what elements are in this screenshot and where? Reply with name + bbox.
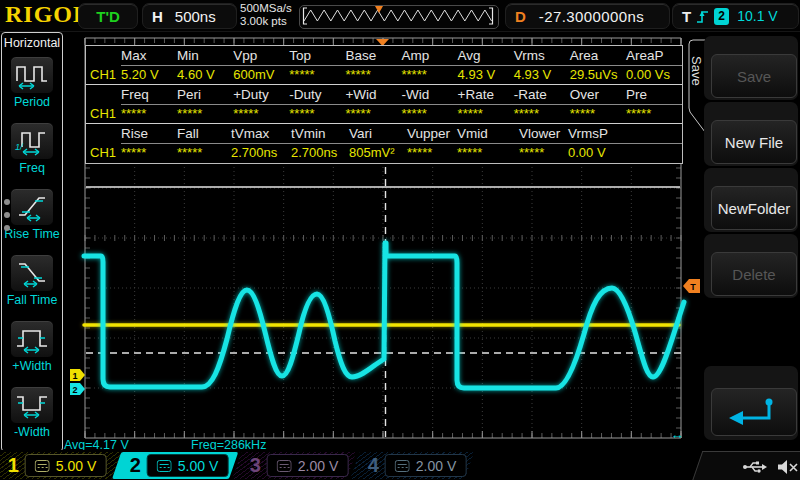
timebase-label: H	[152, 8, 163, 25]
softkey-slot: New File	[704, 102, 798, 166]
measurement-table: MaxMinVppTopBaseAmpAvgVrmsAreaAreaPCH15.…	[85, 45, 683, 164]
horizontal-scale-arrow-icon: ↔	[671, 427, 684, 442]
softkey-slot: Delete	[704, 234, 798, 298]
measure-header: Peri	[177, 85, 233, 105]
measure-value: 805mV²	[349, 143, 407, 162]
channel-scale: 2.00 V	[298, 458, 338, 474]
measure-value: *****	[458, 104, 514, 123]
channel-1-badge[interactable]: 1 5.00 V	[0, 452, 121, 479]
channel-scale-badge: 5.00 V	[25, 454, 106, 477]
measure-value: *****	[401, 104, 457, 123]
trigger-label: T	[682, 8, 691, 25]
menu-item-label: Fall Time	[7, 293, 58, 307]
menu-item-label: -Width	[14, 425, 50, 439]
measure-value: 4.93 V	[514, 65, 570, 84]
menu-item-label: +Width	[12, 359, 51, 373]
measure-value: *****	[407, 143, 457, 162]
system-status-panel	[692, 451, 800, 480]
measure-value: *****	[121, 104, 177, 123]
waveform-record-preview	[299, 5, 499, 29]
measure-header: Over	[570, 85, 626, 105]
waveform-record-icon	[300, 6, 496, 26]
measure-value-row: CH1**********2.700ns2.700ns805mV²*******…	[86, 143, 682, 162]
measure-value: *****	[514, 104, 570, 123]
measure-header: Vupper	[407, 124, 457, 144]
channel-scale: 5.00 V	[178, 458, 218, 474]
channel-3-badge[interactable]: 3 2.00 V	[232, 452, 356, 479]
minus-width-icon	[10, 386, 54, 424]
measure-header: Vlower	[519, 124, 568, 144]
trigger-level-value: 10.1 V	[737, 8, 777, 24]
measure-header: Freq	[121, 85, 177, 105]
measure-value: 29.5uVs	[570, 65, 626, 84]
timebase-badge: H 500ns	[142, 3, 237, 29]
menu-item-freq[interactable]: 1/ Freq	[2, 122, 62, 175]
measure-header: Min	[177, 46, 233, 66]
channel-scale-badge: 2.00 V	[267, 454, 348, 477]
channel-2-ground-marker[interactable]: 2	[70, 383, 85, 395]
menu-item--width[interactable]: +Width	[2, 320, 62, 373]
freq-icon: 1/	[10, 122, 54, 160]
fall-time-icon	[10, 254, 54, 292]
channel-label: CH1	[86, 104, 121, 123]
coupling-icon	[157, 460, 172, 472]
measure-header: VrmsP	[568, 124, 682, 144]
delay-label: D	[515, 8, 526, 25]
measure-header: Rise	[121, 124, 177, 144]
measure-header: Base	[345, 46, 401, 66]
measure-value: *****	[519, 143, 568, 162]
trigger-status-text: T'D	[96, 8, 120, 25]
measure-value-row: CH1*************************************…	[86, 104, 682, 124]
newfolder-button[interactable]: NewFolder	[711, 186, 797, 230]
measure-value: *****	[457, 143, 519, 162]
measure-header-row: FreqPeri+Duty-Duty+Wid-Wid+Rate-RateOver…	[86, 85, 682, 104]
measure-header: -Rate	[514, 85, 570, 105]
menu-item-period[interactable]: Period	[2, 56, 62, 109]
top-status-bar: RIGOL T'D H 500ns 500MSa/s 3.00k pts D -…	[0, 0, 800, 32]
measure-header: -Duty	[289, 85, 345, 105]
measure-header-row: MaxMinVppTopBaseAmpAvgVrmsAreaAreaP	[86, 46, 682, 65]
menu-item-label: Freq	[19, 161, 45, 175]
measure-header: Vmid	[457, 124, 519, 144]
channel-1-ground-marker[interactable]: 1	[70, 369, 85, 381]
measure-header: Top	[289, 46, 345, 66]
oscilloscope-screen: 12T ↔ Avg=4.17 V Freq=286kHz MaxMinVppTo…	[0, 0, 800, 480]
trigger-badge: T 2 10.1 V	[672, 3, 799, 29]
channel-scale: 2.00 V	[416, 458, 456, 474]
scroll-dot	[4, 225, 10, 231]
measure-value: *****	[289, 65, 345, 84]
channel-2-badge[interactable]: 2 5.00 V	[112, 452, 238, 479]
channel-status-bar: 1 5.00 V 2 5.00 V 3 2.00 V 4 2.00 V	[0, 450, 800, 480]
channel-number: 1	[8, 454, 19, 477]
return-button[interactable]	[711, 388, 797, 436]
measure-header: -Wid	[401, 85, 457, 105]
measure-header: Pre	[626, 85, 682, 105]
measure-value-row: CH15.20 V4.60 V600mV***************4.93 …	[86, 65, 682, 85]
channel-scale-badge: 5.00 V	[147, 454, 228, 477]
new-file-button[interactable]: New File	[711, 120, 797, 164]
menu-item-fall-time[interactable]: Fall Time	[2, 254, 62, 307]
coupling-icon	[395, 460, 410, 472]
usb-icon	[742, 460, 768, 474]
delay-value: -27.3000000ns	[539, 8, 644, 25]
measure-value: 5.20 V	[121, 65, 177, 84]
measure-value: 600mV	[233, 65, 289, 84]
measure-value: *****	[626, 104, 682, 123]
measure-menu-title: Horizontal	[2, 36, 62, 56]
measure-header: AreaP	[626, 46, 682, 66]
measure-header: Max	[121, 46, 177, 66]
channel-4-badge[interactable]: 4 2.00 V	[350, 452, 474, 479]
timebase-value: 500ns	[175, 8, 216, 25]
measure-value: *****	[289, 104, 345, 123]
coupling-icon	[35, 460, 50, 472]
sample-rate: 500MSa/s	[240, 2, 292, 15]
softkey-slot: NewFolder	[704, 168, 798, 232]
channel-label: CH1	[86, 143, 121, 162]
save-menu-panel: Save SaveNew FileNewFolderDelete	[684, 30, 800, 455]
measure-value: *****	[233, 104, 289, 123]
measure-menu-panel: Horizontal Period1/ Freq Rise Time Fall …	[1, 32, 63, 452]
menu-item-rise-time[interactable]: Rise Time	[2, 188, 62, 241]
measure-header: tVmin	[291, 124, 349, 144]
menu-item--width[interactable]: -Width	[2, 386, 62, 439]
measure-value: 2.700ns	[231, 143, 291, 162]
